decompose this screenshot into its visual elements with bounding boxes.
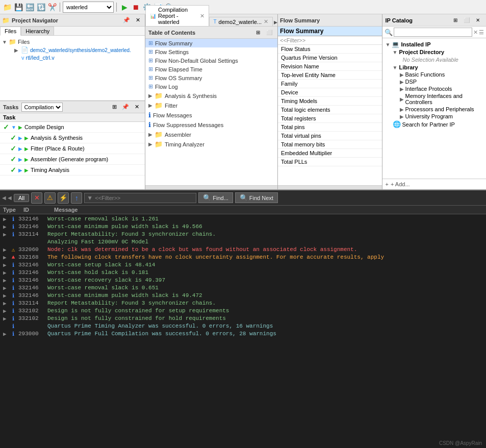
task-expand-5[interactable]: ▶ bbox=[18, 167, 22, 173]
nav-close-icon[interactable]: ✕ bbox=[133, 15, 143, 26]
log-toggle-6[interactable]: ▶ bbox=[3, 262, 8, 268]
toolbar-icon-2[interactable]: 💾 bbox=[13, 2, 23, 12]
ip-dsp[interactable]: ▶ DSP bbox=[399, 78, 484, 85]
log-toggle-8[interactable]: ▶ bbox=[3, 277, 8, 284]
log-warn2-icon[interactable]: ⚡ bbox=[58, 192, 69, 204]
flow-summary-filter[interactable]: <<Filter>> bbox=[278, 36, 382, 45]
toc-fitter[interactable]: ▶ 📁 Fitter bbox=[145, 101, 277, 110]
task-play-4[interactable]: ▶ bbox=[24, 157, 29, 162]
toolbar-icon-3[interactable]: 🔙 bbox=[24, 2, 35, 12]
log-row-14[interactable]: ▶ ℹ Quartus Prime Timing Analyzer was su… bbox=[0, 322, 486, 330]
toc-flow-suppressed[interactable]: ℹ Flow Suppressed Messages bbox=[145, 120, 277, 130]
tab-files[interactable]: Files bbox=[0, 27, 21, 36]
flow-sum-item-13[interactable]: Total PLLs bbox=[278, 158, 382, 166]
toc-scrollbar-h[interactable] bbox=[145, 185, 277, 189]
flow-sum-item-3[interactable]: Top-level Entity Name bbox=[278, 71, 382, 80]
log-row-9[interactable]: ▶ ℹ 332146 Worst-case removal slack is 0… bbox=[0, 284, 486, 292]
flow-sum-item-9[interactable]: Total pins bbox=[278, 123, 382, 132]
log-row-4[interactable]: ▶ ⚠ 332060 Node: clk was determined to b… bbox=[0, 246, 486, 254]
task-analysis[interactable]: ✓ ▶ ▶ Analysis & Synthesis bbox=[0, 133, 145, 143]
log-row-8[interactable]: ▶ ℹ 332146 Worst-case recovery slack is … bbox=[0, 277, 486, 284]
toolbar-run-icon[interactable]: ▶ bbox=[119, 2, 130, 12]
log-toggle-5[interactable]: ▶ bbox=[3, 254, 8, 261]
log-toggle-12[interactable]: ▶ bbox=[3, 308, 8, 314]
task-expand-3[interactable]: ▶ bbox=[18, 146, 22, 152]
log-row-7[interactable]: ▶ ℹ 332146 Worst-case hold slack is 0.18… bbox=[0, 269, 486, 277]
project-select[interactable]: waterled bbox=[63, 2, 114, 13]
toc-assembler[interactable]: ▶ 📁 Assembler bbox=[145, 130, 277, 139]
log-toggle-15[interactable]: ▶ bbox=[3, 331, 8, 337]
nav-file-synthesis[interactable]: ▶ 📄 demo2_waterled/synthesis/demo2_water… bbox=[10, 46, 143, 54]
ip-add-footer[interactable]: + + Add... bbox=[382, 179, 487, 189]
log-row-10[interactable]: ▶ ℹ 332146 Worst-case minimum pulse widt… bbox=[0, 292, 486, 300]
compilation-tab-close[interactable]: ✕ bbox=[200, 13, 204, 19]
ip-pin[interactable]: ⊞ bbox=[450, 15, 461, 26]
log-toggle-2[interactable]: ▶ bbox=[3, 231, 8, 238]
flow-sum-item-11[interactable]: Total memory bits bbox=[278, 140, 382, 149]
tab-arrow[interactable]: ▸ bbox=[274, 18, 277, 26]
ip-search-partner[interactable]: 🌐 Search for Partner IP bbox=[392, 120, 484, 129]
toc-flow-nondefs[interactable]: ⊞ Flow Non-Default Global Settings bbox=[145, 56, 277, 65]
ip-processors[interactable]: ▶ Processors and Peripherals bbox=[399, 106, 484, 113]
tab-hierarchy[interactable]: Hierarchy bbox=[21, 27, 54, 35]
task-play-5[interactable]: ▶ bbox=[24, 167, 29, 173]
task-expand-4[interactable]: ▶ bbox=[18, 157, 22, 162]
nav-file-led[interactable]: v rtl/led_ctrl.v bbox=[10, 54, 143, 61]
task-expand-2[interactable]: ▶ bbox=[18, 135, 22, 141]
log-find-next-button[interactable]: 🔍 Find Next bbox=[235, 192, 278, 203]
flow-sum-item-0[interactable]: Flow Status bbox=[278, 45, 382, 54]
log-error-icon[interactable]: ✕ bbox=[31, 192, 42, 204]
ip-basic-functions[interactable]: ▶ Basic Functions bbox=[399, 71, 484, 78]
nav-pin-icon[interactable]: 📌 bbox=[121, 15, 132, 26]
log-row-2[interactable]: ▶ ℹ 332114 Report Metastability: Found 3… bbox=[0, 231, 486, 238]
log-filter-box[interactable]: ▼ <<Filter>> bbox=[84, 193, 196, 203]
task-timing[interactable]: ✓ ▶ ▶ Timing Analysis bbox=[0, 165, 145, 176]
flow-sum-item-10[interactable]: Total virtual pins bbox=[278, 132, 382, 140]
toc-timing-analyzer[interactable]: ▶ 📁 Timing Analyzer bbox=[145, 139, 277, 149]
log-find-button[interactable]: 🔍 Find... bbox=[198, 192, 233, 203]
log-toggle-13[interactable]: ▶ bbox=[3, 315, 8, 322]
ip-search-menu[interactable]: ☰ bbox=[479, 29, 484, 36]
toc-max[interactable]: ⬜ bbox=[264, 28, 274, 38]
toc-flow-os[interactable]: ⊞ Flow OS Summary bbox=[145, 73, 277, 82]
log-toggle-4[interactable]: ▶ bbox=[3, 246, 8, 253]
flow-sum-item-2[interactable]: Revision Name bbox=[278, 62, 382, 71]
log-row-6[interactable]: ▶ ℹ 332146 Worst-case setup slack is 48.… bbox=[0, 261, 486, 269]
ip-search-clear[interactable]: ✕ bbox=[473, 29, 478, 36]
toolbar-icon-5[interactable]: ✂️ bbox=[47, 2, 57, 12]
flow-sum-item-5[interactable]: Device bbox=[278, 88, 382, 97]
task-expand-1[interactable]: ▼ bbox=[11, 125, 16, 130]
task-fitter[interactable]: ✓ ▶ ▶ Fitter (Place & Route) bbox=[0, 143, 145, 154]
task-compile[interactable]: ✓ ▼ ▶ Compile Design bbox=[0, 122, 145, 133]
log-row-5[interactable]: ▶ ▲ 332168 The following clock transfers… bbox=[0, 254, 486, 261]
log-row-11[interactable]: ▶ ℹ 332114 Report Metastability: Found 3… bbox=[0, 300, 486, 307]
task-play-1[interactable]: ▶ bbox=[18, 125, 22, 130]
toc-analysis-synthesis[interactable]: ▶ 📁 Analysis & Synthesis bbox=[145, 91, 277, 101]
ip-interface-protocols[interactable]: ▶ Interface Protocols bbox=[399, 85, 484, 92]
log-warn-icon[interactable]: ⚠ bbox=[44, 192, 56, 204]
ip-installed[interactable]: ▼ 💻 Installed IP bbox=[385, 40, 484, 48]
toolbar-stop-icon[interactable]: ⏹ bbox=[131, 2, 141, 12]
ip-close[interactable]: ✕ bbox=[473, 15, 483, 26]
log-toggle-9[interactable]: ▶ bbox=[3, 285, 8, 291]
log-row-0[interactable]: ▶ ℹ 332146 Worst-case removal slack is 1… bbox=[0, 215, 486, 223]
log-row-3[interactable]: ▶ Analyzing Fast 1200mV 0C Model bbox=[0, 238, 486, 246]
flow-sum-item-6[interactable]: Timing Models bbox=[278, 97, 382, 106]
tasks-pin-icon[interactable]: 📌 bbox=[120, 102, 131, 112]
log-toggle-7[interactable]: ▶ bbox=[3, 269, 8, 276]
log-toggle-0[interactable]: ▶ bbox=[3, 216, 8, 222]
ip-library[interactable]: ▼ Library bbox=[392, 64, 484, 71]
log-row-1[interactable]: ▶ ℹ 332146 Worst-case minimum pulse widt… bbox=[0, 223, 486, 231]
compilation-tab[interactable]: 📊 Compilation Report - waterled ✕ bbox=[145, 5, 209, 26]
toc-flow-log[interactable]: ⊞ Flow Log bbox=[145, 82, 277, 91]
log-row-12[interactable]: ▶ ℹ 332102 Design is not fully constrain… bbox=[0, 307, 486, 315]
tasks-dropdown[interactable]: Compilation bbox=[21, 103, 63, 112]
toc-pin[interactable]: ⊞ bbox=[253, 28, 263, 38]
toolbar-icon-4[interactable]: 🔃 bbox=[36, 2, 46, 12]
log-toggle-10[interactable]: ▶ bbox=[3, 292, 8, 299]
flow-sum-item-4[interactable]: Family bbox=[278, 80, 382, 88]
log-sidebar-toggle[interactable]: ◀ bbox=[2, 195, 6, 201]
log-row-15[interactable]: ▶ ℹ 293000 Quartus Prime Full Compilatio… bbox=[0, 330, 486, 338]
log-toggle-1[interactable]: ▶ bbox=[3, 223, 8, 230]
flow-sum-item-7[interactable]: Total logic elements bbox=[278, 106, 382, 114]
